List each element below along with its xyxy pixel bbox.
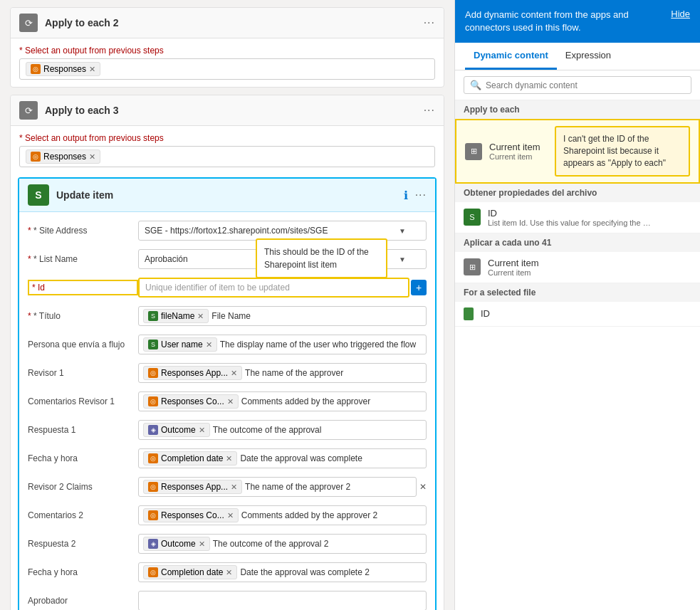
titulo-content: S fileName ✕ File Name [138, 306, 427, 326]
persona-row: Persona que envía a flujo S User name ✕ … [28, 333, 427, 356]
respuesta1-token-remove[interactable]: ✕ [199, 426, 205, 435]
revisor2-row: Revisor 2 Claims ◎ Responses App... ✕ Th… [28, 475, 427, 498]
persona-label: Persona que envía a flujo [28, 340, 138, 349]
current-item-1-subtitle: Current item [489, 152, 549, 161]
search-box[interactable]: 🔍 [464, 76, 691, 94]
apply-each-2-title: Apply to each 2 [45, 17, 424, 28]
revisor2-input[interactable]: ◎ Responses App... ✕ The name of the app… [138, 477, 417, 497]
update-item-icon: S [28, 184, 49, 206]
id-1-desc: List item Id. Use this value for specify… [488, 219, 652, 227]
revisor2-token-remove[interactable]: ✕ [231, 483, 237, 492]
respuesta2-token-remove[interactable]: ✕ [199, 540, 205, 549]
respuesta1-label: Respuesta 1 [28, 425, 138, 435]
id-2-info: ID [481, 308, 691, 319]
site-address-dropdown[interactable]: SGE - https://fortox12.sharepoint.com/si… [138, 221, 427, 241]
comentarios2-token-remove[interactable]: ✕ [227, 511, 234, 520]
revisor2-close[interactable]: ✕ [419, 482, 427, 492]
aprobador-row: Aprobador [28, 589, 427, 610]
id-label: * Id [28, 280, 138, 295]
titulo-input[interactable]: S fileName ✕ File Name [138, 306, 427, 326]
apply-each-3-token-input[interactable]: ◎ Responses ✕ [19, 146, 435, 167]
list-name-label: * List Name [28, 254, 138, 264]
fecha-content: ◎ Completion date ✕ Date the approval wa… [138, 448, 427, 468]
aprobador-label: Aprobador [28, 596, 138, 606]
panel-item-id-1[interactable]: S ID List item Id. Use this value for sp… [455, 202, 700, 233]
apply-each-2-token-remove[interactable]: ✕ [89, 65, 95, 74]
id-add-dynamic[interactable]: + [411, 280, 427, 295]
comentarios1-content: ◎ Responses Co... ✕ Comments added by th… [138, 391, 427, 411]
list-name-value: Aprobación [145, 254, 188, 264]
fecha-token-label: Completion date [161, 453, 223, 463]
apply-each-3-body: * Select an output from previous steps ◎… [11, 126, 444, 174]
comentarios2-text: Comments added by the approver 2 [241, 510, 377, 520]
comentarios1-label: Comentarios Revisor 1 [28, 396, 138, 406]
apply-each-3-token-label: Responses [43, 152, 86, 162]
comentarios2-token-label: Responses Co... [161, 510, 224, 520]
panel-item-id-2[interactable]: ID [455, 302, 700, 327]
id-1-icon: S [464, 209, 481, 226]
persona-token-remove[interactable]: ✕ [206, 340, 212, 349]
update-item-wrapper: S Update item ℹ ··· * Site Address SGE -… [18, 177, 437, 610]
site-address-value: SGE - https://fortox12.sharepoint.com/si… [145, 226, 328, 236]
site-address-content: SGE - https://fortox12.sharepoint.com/si… [138, 221, 427, 241]
current-item-2-title: Current item [488, 258, 691, 268]
section-obtener: Obtener propiedades del archivo [455, 184, 700, 202]
tab-expression[interactable]: Expression [557, 43, 620, 70]
panel-header-text: Add dynamic content from the apps and co… [465, 9, 664, 34]
panel-item-current-item-2[interactable]: ⊞ Current item Current item [455, 252, 700, 283]
persona-token-label: User name [161, 340, 203, 349]
panel-item-current-item-1[interactable]: ⊞ Current item Current item I can't get … [455, 119, 700, 183]
apply-each-2-more[interactable]: ··· [424, 16, 435, 29]
respuesta1-token-label: Outcome [161, 425, 196, 435]
comentarios1-input[interactable]: ◎ Responses Co... ✕ Comments added by th… [138, 391, 427, 411]
respuesta2-text: The outcome of the approval 2 [213, 539, 329, 549]
respuesta2-input[interactable]: ◈ Outcome ✕ The outcome of the approval … [138, 534, 427, 554]
tab-dynamic-content[interactable]: Dynamic content [465, 43, 557, 70]
apply-each-2-body: * Select an output from previous steps ◎… [11, 38, 444, 87]
revisor1-token-remove[interactable]: ✕ [231, 369, 237, 378]
comentarios2-input[interactable]: ◎ Responses Co... ✕ Comments added by th… [138, 505, 427, 525]
apply-each-3-select-label: * Select an output from previous steps [19, 133, 435, 143]
fecha2-token-remove[interactable]: ✕ [226, 568, 232, 577]
id-field[interactable]: Unique identifier of item to be updated [138, 278, 409, 298]
apply-each-3-more[interactable]: ··· [424, 104, 435, 117]
respuesta1-input[interactable]: ◈ Outcome ✕ The outcome of the approval [138, 420, 427, 440]
aprobador-input[interactable] [138, 591, 427, 610]
callout-text: I can't get the ID of the Sharepoint lis… [563, 134, 666, 168]
main-area: ⟳ Apply to each 2 ··· * Select an output… [0, 0, 454, 610]
persona-input[interactable]: S User name ✕ The display name of the us… [138, 335, 427, 354]
respuesta2-token-icon: ◈ [148, 539, 158, 549]
fecha2-input[interactable]: ◎ Completion date ✕ Date the approval wa… [138, 562, 427, 582]
current-item-2-info: Current item Current item [488, 258, 691, 277]
list-name-arrow: ▼ [399, 256, 406, 263]
panel-hide-button[interactable]: Hide [671, 9, 690, 19]
revisor2-token-icon: ◎ [148, 482, 158, 492]
revisor1-input[interactable]: ◎ Responses App... ✕ The name of the app… [138, 363, 427, 383]
info-icon[interactable]: ℹ [404, 189, 408, 202]
fecha-input[interactable]: ◎ Completion date ✕ Date the approval wa… [138, 448, 427, 468]
fecha-token-remove[interactable]: ✕ [226, 454, 232, 463]
respuesta1-content: ◈ Outcome ✕ The outcome of the approval [138, 420, 427, 440]
persona-content: S User name ✕ The display name of the us… [138, 335, 427, 354]
revisor1-content: ◎ Responses App... ✕ The name of the app… [138, 363, 427, 383]
id-tooltip: This should be the ID of the Sharepoint … [256, 238, 387, 278]
revisor1-label: Revisor 1 [28, 368, 138, 378]
respuesta1-token: ◈ Outcome ✕ [143, 423, 210, 437]
titulo-token-icon: S [148, 311, 158, 321]
search-input[interactable] [486, 80, 685, 90]
id-1-info: ID List item Id. Use this value for spec… [488, 208, 691, 227]
comentarios1-token-remove[interactable]: ✕ [227, 397, 234, 406]
respuesta1-row: Respuesta 1 ◈ Outcome ✕ The outcome of t… [28, 419, 427, 441]
current-item-1-title: Current item [489, 142, 549, 152]
titulo-token-remove[interactable]: ✕ [197, 312, 204, 321]
apply-each-3-card: ⟳ Apply to each 3 ··· * Select an output… [10, 95, 444, 610]
respuesta2-token: ◈ Outcome ✕ [143, 537, 210, 551]
update-item-more[interactable]: ··· [415, 189, 427, 201]
id-content: Unique identifier of item to be updated … [138, 278, 409, 298]
apply-each-3-token-remove[interactable]: ✕ [89, 152, 95, 162]
apply-each-2-card: ⟳ Apply to each 2 ··· * Select an output… [10, 7, 444, 88]
respuesta1-token-icon: ◈ [148, 425, 158, 435]
apply-each-2-token: ◎ Responses ✕ [26, 62, 100, 76]
apply-each-2-token-input[interactable]: ◎ Responses ✕ [19, 58, 435, 80]
section-aplicar: Aplicar a cada uno 41 [455, 233, 700, 252]
